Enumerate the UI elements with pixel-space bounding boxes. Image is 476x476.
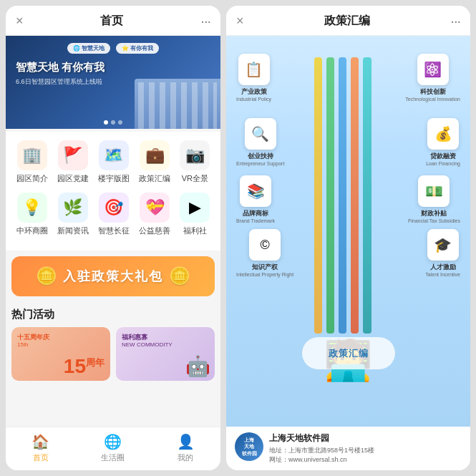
zhishi-en: Brand Trademark <box>236 218 275 223</box>
light-icon: 💡 <box>17 193 47 223</box>
right-panel: × 政策汇编 ··· 📋 产业政策 Industrial Pol <box>226 6 470 470</box>
anniversary-card[interactable]: 十五周年庆 15th 15周年 <box>11 327 110 381</box>
icon-row-2: 💡 中环商圈 🌿 新闻资讯 🎯 智慧长征 💝 公益慈善 <box>11 193 215 236</box>
louyu-label: 楼宇版图 <box>98 173 130 184</box>
dangjiean-label: 园区党建 <box>57 173 89 184</box>
vline-orange <box>351 57 359 334</box>
banner-dot-1 <box>104 120 108 125</box>
vline-teal <box>363 57 371 334</box>
nav-shenghuoquan[interactable]: 🌐 生活圈 <box>101 433 125 463</box>
xinwen-label: 新闻资讯 <box>57 225 89 236</box>
left-panel: × 首页 ··· 🌐 智慧天地 ⭐ 有你有我 智慧天地 有你有我 6.6日智慧园… <box>6 6 220 470</box>
more-icon[interactable]: ··· <box>200 13 210 29</box>
bottom-nav: 🏠 首页 🌐 生活圈 👤 我的 <box>6 427 220 470</box>
person-icon: 👤 <box>177 433 195 450</box>
banner-building <box>135 79 220 129</box>
nav-zhonghuan[interactable]: 💡 中环商圈 <box>16 193 48 236</box>
hot-cards: 十五周年庆 15th 15周年 福利惠寡 NEW COMMODITY 🤖 <box>11 327 215 381</box>
banner-text: 智慧天地 有你有我 <box>16 61 105 74</box>
right-close-icon[interactable]: × <box>236 14 244 29</box>
hot-section: 热门活动 十五周年庆 15th 15周年 福利惠寡 NEW COMMODITY … <box>6 302 220 387</box>
policy-footer: 上海天地软件园 上海天地软件园 地址：上海市重北路958号1号楼15楼 网址：w… <box>226 427 470 470</box>
pinpai-icon: © <box>249 229 281 261</box>
caizhen-icon: 💵 <box>418 175 450 207</box>
chanye-en: Industrial Policy <box>236 97 271 102</box>
news-icon: 🌿 <box>58 193 88 223</box>
footer-info: 上海天地软件园 地址：上海市重北路958号1号楼15楼 网址：www.unive… <box>269 432 462 465</box>
right-header-title: 政策汇编 <box>324 14 370 29</box>
nav-vr[interactable]: 📷 VR全景 <box>180 140 210 184</box>
company-address: 地址：上海市重北路958号1号楼15楼 <box>269 446 462 455</box>
nav-home[interactable]: 🏠 首页 <box>31 433 49 463</box>
flag-icon: 🚩 <box>58 140 88 170</box>
policy-chanyezhengce[interactable]: 📋 产业政策 Industrial Policy <box>236 54 271 102</box>
policy-daikuan[interactable]: 💰 贷款融资 Loan Financing <box>426 118 460 166</box>
policy-keji[interactable]: ⚛️ 科技创新 Technological Innovation <box>405 54 460 102</box>
close-icon[interactable]: × <box>16 14 24 29</box>
banner-logo2: ⭐ 有你有我 <box>116 43 159 54</box>
nav-gongyi[interactable]: 💝 公益慈善 <box>139 193 170 236</box>
banner-subtext: 6.6日智慧园区管理系统上线啦 <box>16 77 102 87</box>
banner[interactable]: 🌐 智慧天地 ⭐ 有你有我 智慧天地 有你有我 6.6日智慧园区管理系统上线啦 <box>6 36 220 129</box>
zhengce-label: 政策汇编 <box>139 173 170 184</box>
cta-text: 入驻政策大礼包 <box>63 268 163 285</box>
new-commodity-card[interactable]: 福利惠寡 NEW COMMODITY 🤖 <box>116 327 215 381</box>
zhihui-label: 智慧长征 <box>98 225 130 236</box>
shenghuoquan-label: 生活圈 <box>101 452 125 463</box>
yuanqu-jianjie-label: 园区简介 <box>16 173 48 184</box>
gongyi-label: 公益慈善 <box>139 225 170 236</box>
chuangye-zh: 创业扶持 <box>248 152 273 161</box>
policy-pinpai[interactable]: © 知识产权 Intellectual Property Right <box>236 229 293 277</box>
banner-dot-2 <box>111 120 115 125</box>
vline-gold <box>314 57 322 334</box>
nav-profile[interactable]: 👤 我的 <box>177 433 195 463</box>
daikuan-en: Loan Financing <box>426 161 460 166</box>
nav-xinwen[interactable]: 🌿 新闻资讯 <box>57 193 89 236</box>
chanye-zh: 产业政策 <box>241 87 267 97</box>
cloud-text: 政策汇编 <box>329 347 369 360</box>
building-icon: 🏢 <box>17 140 47 170</box>
anniversary-sublabel: 15th <box>17 341 29 348</box>
pinpai-en: Intellectual Property Right <box>236 272 293 277</box>
play-icon: ▶ <box>180 193 210 223</box>
anniversary-num: 15周年 <box>64 355 105 378</box>
right-more-icon[interactable]: ··· <box>450 13 460 29</box>
left-header: × 首页 ··· <box>6 6 220 36</box>
vr-label: VR全景 <box>182 173 208 184</box>
policy-zhishi[interactable]: 📚 品牌商标 Brand Trademark <box>236 175 275 223</box>
nav-zhihui[interactable]: 🎯 智慧长征 <box>98 193 130 236</box>
nav-yuanqu-jianjie[interactable]: 🏢 园区简介 <box>16 140 48 184</box>
coin-right-icon: 🪙 <box>169 266 190 286</box>
coin-left-icon: 🪙 <box>36 266 57 286</box>
new-sub: NEW COMMODITY <box>122 341 173 348</box>
policy-chuangye[interactable]: 🔍 创业扶持 Entrepreneur Support <box>236 118 284 166</box>
banner-dots <box>104 120 122 125</box>
policy-icon: 💼 <box>140 140 170 170</box>
daikuan-zh: 贷款融资 <box>430 152 456 161</box>
nav-yuanqu-dangjiean[interactable]: 🚩 园区党建 <box>57 140 89 184</box>
keji-en: Technological Innovation <box>405 97 460 102</box>
profile-label: 我的 <box>178 452 193 463</box>
cta-banner[interactable]: 🪙 入驻政策大礼包 🪙 <box>11 256 215 296</box>
zhishi-icon: 📚 <box>240 175 271 207</box>
banner-dot-3 <box>118 120 122 125</box>
nav-fuli[interactable]: ▶ 福利社 <box>180 193 210 236</box>
right-content: 📋 产业政策 Industrial Policy 🔍 创业扶持 Entrepre… <box>226 36 470 427</box>
robot-icon: 🤖 <box>185 354 210 378</box>
nav-zhengce-huibian[interactable]: 💼 政策汇编 <box>139 140 170 184</box>
keji-zh: 科技创新 <box>420 87 446 97</box>
zhishi-zh: 品牌商标 <box>243 209 268 218</box>
vr-icon: 📷 <box>180 140 210 170</box>
vline-blue <box>339 57 346 334</box>
keji-icon: ⚛️ <box>417 54 449 85</box>
policy-map: 📋 产业政策 Industrial Policy 🔍 创业扶持 Entrepre… <box>233 43 463 419</box>
zhonghuan-label: 中环商圈 <box>16 225 48 236</box>
chanye-icon: 📋 <box>238 54 270 85</box>
caizhen-zh: 财政补贴 <box>421 209 447 218</box>
policy-caizhen[interactable]: 💵 财政补贴 Financial Tax Subsidies <box>408 175 460 223</box>
hot-title: 热门活动 <box>11 308 215 321</box>
left-header-title: 首页 <box>100 14 123 29</box>
right-header: × 政策汇编 ··· <box>226 6 470 36</box>
nav-louyu-bantu[interactable]: 🗺️ 楼宇版图 <box>98 140 130 184</box>
policy-rencai[interactable]: 🎓 人才激励 Talent Incentive <box>425 229 460 277</box>
